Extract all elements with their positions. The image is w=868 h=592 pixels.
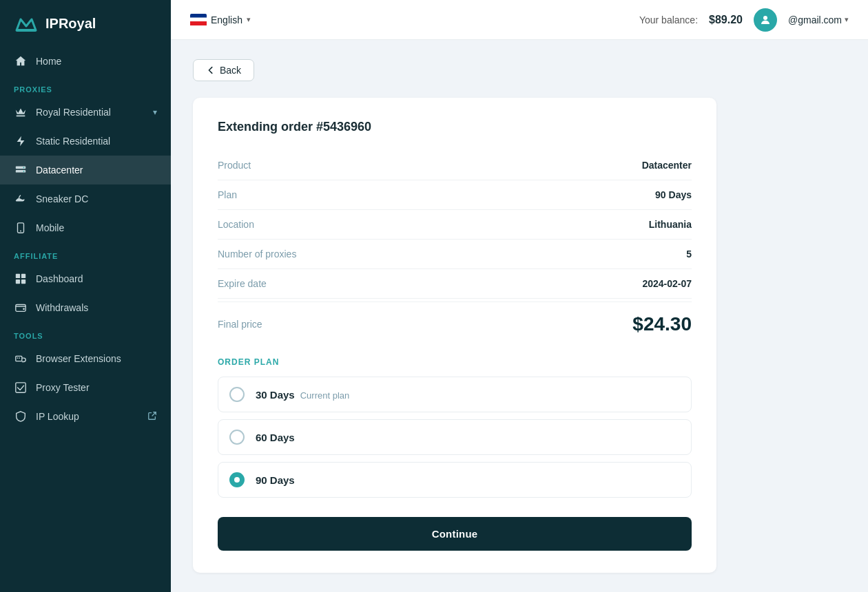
mobile-icon <box>14 221 28 235</box>
svg-rect-9 <box>21 274 25 278</box>
sidebar-item-withdrawals-label: Withdrawals <box>36 302 88 313</box>
final-price-value: $24.30 <box>632 313 692 335</box>
sidebar-item-dashboard[interactable]: Dashboard <box>0 264 171 293</box>
back-button[interactable]: Back <box>193 59 254 81</box>
radio-60days[interactable] <box>229 430 245 445</box>
svg-rect-8 <box>16 274 20 278</box>
final-price-row: Final price $24.30 <box>218 302 692 343</box>
svg-rect-14 <box>16 356 22 361</box>
proxies-label: Number of proxies <box>218 249 296 260</box>
sidebar-item-ip-lookup-label: IP Lookup <box>36 411 79 422</box>
product-value: Datacenter <box>642 160 692 171</box>
sidebar-item-sneaker-label: Sneaker DC <box>36 193 88 204</box>
wallet-icon <box>14 301 28 315</box>
home-icon <box>14 54 28 68</box>
svg-rect-19 <box>190 18 207 22</box>
sidebar-item-royal-res-label: Royal Residential <box>36 107 111 118</box>
logo-icon <box>14 14 39 33</box>
svg-rect-10 <box>16 279 20 284</box>
main-content: English ▾ Your balance: $89.20 @gmail.co… <box>171 0 868 592</box>
sneaker-icon <box>14 192 28 206</box>
card-title: Extending order #5436960 <box>218 120 692 134</box>
affiliate-section-label: AFFILIATE <box>0 242 171 264</box>
sidebar-item-mobile[interactable]: Mobile <box>0 213 171 242</box>
extensions-icon <box>14 352 28 366</box>
language-selector[interactable]: English ▾ <box>190 14 251 25</box>
sidebar-item-ip-lookup[interactable]: IP Lookup <box>0 402 171 431</box>
sidebar-item-home[interactable]: Home <box>0 47 171 76</box>
sidebar-item-proxy-tester[interactable]: Proxy Tester <box>0 373 171 402</box>
sidebar-item-proxy-tester-label: Proxy Tester <box>36 382 90 393</box>
sidebar-item-sneaker-dc[interactable]: Sneaker DC <box>0 184 171 213</box>
radio-90days[interactable] <box>229 472 245 487</box>
svg-rect-20 <box>190 21 207 25</box>
plan-90days-label: 90 Days <box>256 474 295 486</box>
expire-row: Expire date 2024-02-07 <box>218 269 692 299</box>
svg-point-5 <box>23 171 25 172</box>
plan-row: Plan 90 Days <box>218 180 692 210</box>
sidebar-item-withdrawals[interactable]: Withdrawals <box>0 293 171 322</box>
product-row: Product Datacenter <box>218 151 692 180</box>
continue-button[interactable]: Continue <box>218 517 692 551</box>
sidebar-item-dashboard-label: Dashboard <box>36 273 83 284</box>
plan-option-90days[interactable]: 90 Days <box>218 462 692 498</box>
shield-icon <box>14 410 28 423</box>
user-email[interactable]: @gmail.com ▾ <box>788 14 849 25</box>
expire-value: 2024-02-07 <box>642 278 692 289</box>
crown-icon <box>14 105 28 119</box>
svg-point-7 <box>20 231 21 232</box>
logo-text: IPRoyal <box>45 16 96 32</box>
sidebar-item-datacenter-label: Datacenter <box>36 165 83 176</box>
svg-rect-1 <box>16 29 37 32</box>
svg-point-4 <box>23 167 25 169</box>
plan-option-30days[interactable]: 30 DaysCurrent plan <box>218 377 692 412</box>
plan-30days-label: 30 DaysCurrent plan <box>256 389 349 401</box>
balance-label: Your balance: <box>639 14 698 25</box>
sidebar-item-static-res-label: Static Residential <box>36 136 110 147</box>
tools-section-label: TOOLS <box>0 322 171 344</box>
dashboard-icon <box>14 272 28 286</box>
lang-chevron-icon: ▾ <box>247 15 251 24</box>
plan-60days-label: 60 Days <box>256 432 295 443</box>
svg-marker-0 <box>17 19 36 30</box>
current-plan-tag: Current plan <box>300 390 350 401</box>
order-plan-title: ORDER PLAN <box>218 357 692 367</box>
proxies-row: Number of proxies 5 <box>218 240 692 269</box>
sidebar-item-mobile-label: Mobile <box>36 222 64 233</box>
order-plan-section: ORDER PLAN 30 DaysCurrent plan 60 Days 9… <box>218 357 692 498</box>
lightning-icon <box>14 134 28 148</box>
external-link-icon <box>147 411 157 422</box>
location-value: Lithuania <box>649 219 692 230</box>
sidebar-item-static-residential[interactable]: Static Residential <box>0 127 171 156</box>
balance-amount: $89.20 <box>709 14 743 26</box>
check-icon <box>14 381 28 394</box>
plan-option-60days[interactable]: 60 Days <box>218 419 692 455</box>
sidebar-item-home-label: Home <box>36 56 61 67</box>
datacenter-icon <box>14 163 28 177</box>
proxies-value: 5 <box>686 249 692 260</box>
order-card: Extending order #5436960 Product Datacen… <box>193 98 716 573</box>
location-label: Location <box>218 219 254 230</box>
flag-icon <box>190 14 207 25</box>
svg-point-13 <box>23 308 25 310</box>
product-label: Product <box>218 160 251 171</box>
location-row: Location Lithuania <box>218 210 692 240</box>
svg-rect-12 <box>16 305 25 312</box>
sidebar-item-royal-residential[interactable]: Royal Residential ▾ <box>0 98 171 127</box>
chevron-down-icon: ▾ <box>153 107 157 117</box>
radio-30days[interactable] <box>229 387 245 402</box>
back-arrow-icon <box>206 65 216 75</box>
topbar: English ▾ Your balance: $89.20 @gmail.co… <box>171 0 868 40</box>
sidebar: IPRoyal Home PROXIES Royal Residential ▾… <box>0 0 171 592</box>
sidebar-item-browser-extensions[interactable]: Browser Extensions <box>0 344 171 373</box>
final-price-label: Final price <box>218 319 262 330</box>
logo: IPRoyal <box>0 0 171 47</box>
sidebar-item-datacenter[interactable]: Datacenter <box>0 156 171 184</box>
sidebar-item-browser-ext-label: Browser Extensions <box>36 353 121 364</box>
user-avatar[interactable] <box>754 8 777 32</box>
svg-rect-11 <box>21 279 25 284</box>
email-chevron-icon: ▾ <box>845 15 849 24</box>
plan-label: Plan <box>218 189 237 200</box>
expire-label: Expire date <box>218 278 267 289</box>
language-label: English <box>211 14 242 25</box>
